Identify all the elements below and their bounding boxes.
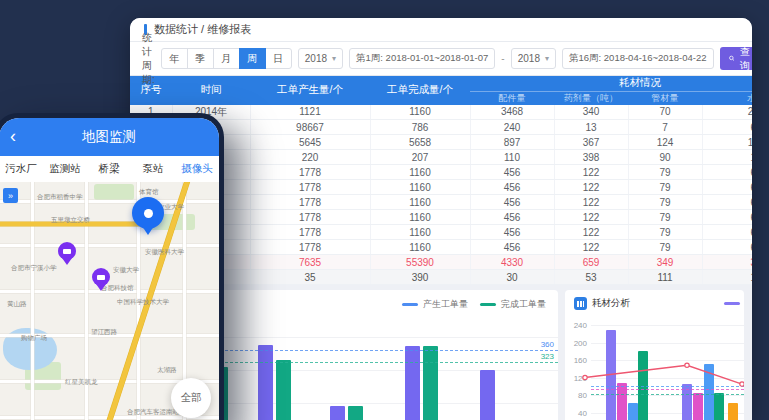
camera-marker[interactable]	[58, 242, 76, 266]
bar-created	[480, 370, 495, 420]
total-cell: 4330	[470, 255, 554, 270]
table-cell: 79	[628, 180, 702, 195]
table-cell: 456	[470, 165, 554, 180]
bar-completed	[276, 360, 291, 420]
table-cell: 98667	[250, 120, 370, 135]
breadcrumb: 数据统计 / 维修报表	[130, 18, 752, 42]
start-week-input[interactable]: 第1周: 2018-01-01~2018-01-07	[349, 48, 495, 69]
table-cell: 1778	[250, 225, 370, 240]
show-all-button[interactable]: 全部	[171, 378, 211, 418]
phone-tab-泵站[interactable]: 泵站	[131, 162, 175, 176]
table-cell: 110	[470, 150, 554, 165]
table-cell: 1778	[250, 240, 370, 255]
total-cell: 349	[628, 255, 702, 270]
bar-created	[330, 406, 345, 420]
map-label: 黄山路	[7, 300, 27, 309]
col-header-materials-group: 耗材情况	[470, 76, 752, 91]
phone-page-title: 地图监测	[82, 128, 136, 146]
period-option-日[interactable]: 日	[265, 48, 292, 69]
map-expand-button[interactable]: »	[3, 188, 18, 203]
marker-tail	[142, 226, 154, 235]
average-cell: 111	[628, 270, 702, 285]
table-cell: 1778	[250, 195, 370, 210]
table-cell: 398	[554, 150, 628, 165]
map-label: 红星美凯龙	[65, 378, 98, 387]
work-order-chart-card: 产生工单量完成工单量 360323	[205, 290, 558, 420]
legend-dash	[480, 303, 496, 306]
table-cell: 67	[702, 165, 752, 180]
range-separator: -	[501, 53, 504, 64]
bar-completed	[348, 406, 363, 420]
start-year-select[interactable]: 2018 ▾	[298, 48, 343, 69]
gridline	[205, 337, 558, 338]
camera-marker[interactable]	[92, 268, 110, 292]
map-label: 太湖路	[157, 366, 177, 375]
total-cell: 33	[702, 255, 752, 270]
table-cell: 1778	[250, 165, 370, 180]
period-option-月[interactable]: 月	[213, 48, 240, 69]
table-cell: 207	[370, 150, 470, 165]
material-chart-plot: 2402001601208040	[565, 290, 744, 420]
phone-tab-桥梁[interactable]: 桥梁	[87, 162, 131, 176]
average-cell: 14	[702, 270, 752, 285]
table-cell: 250	[702, 105, 752, 120]
end-year-select[interactable]: 2018 ▾	[511, 48, 556, 69]
average-cell: 35	[250, 270, 370, 285]
table-cell: 1160	[370, 180, 470, 195]
table-cell: 67	[702, 225, 752, 240]
camera-pin-tail	[96, 284, 106, 291]
table-cell: 340	[554, 105, 628, 120]
table-cell: 1778	[250, 210, 370, 225]
map-road	[31, 182, 34, 420]
table-cell: 1160	[370, 225, 470, 240]
period-option-周[interactable]: 周	[239, 48, 266, 69]
map-label: 合肥汽车客运南站	[127, 408, 179, 417]
selected-location-marker[interactable]	[132, 197, 164, 235]
camera-pin-tail	[62, 258, 72, 265]
query-button[interactable]: 查询	[720, 47, 752, 70]
period-option-年[interactable]: 年	[161, 48, 188, 69]
query-button-label: 查询	[738, 45, 751, 73]
bar-completed	[423, 346, 438, 420]
table-cell: 79	[628, 225, 702, 240]
map-canvas[interactable]: » 合肥市稻香中学体育馆安徽农业大学五里墩立交桥安徽医科大学合肥市宁溪小学安徽大…	[0, 182, 219, 420]
period-option-季[interactable]: 季	[187, 48, 214, 69]
table-cell: 3468	[470, 105, 554, 120]
map-label: 安徽医科大学	[145, 248, 184, 257]
table-cell: 1160	[370, 165, 470, 180]
table-cell: 1778	[250, 180, 370, 195]
phone-header: ‹ 地图监测	[0, 118, 219, 156]
legend-item: 完成工单量	[480, 298, 546, 311]
map-label: 合肥市稻香中学	[37, 193, 83, 202]
phone-tab-摄像头[interactable]: 摄像头	[175, 162, 219, 176]
phone-tab-监测站[interactable]: 监测站	[43, 162, 87, 176]
end-week-input[interactable]: 第16周: 2018-04-16~2018-04-22	[562, 48, 714, 69]
table-cell: 79	[628, 165, 702, 180]
table-cell: 1160	[370, 210, 470, 225]
table-cell: 124	[628, 135, 702, 150]
period-segmented-control: 年季月周日	[161, 48, 292, 69]
average-cell: 390	[370, 270, 470, 285]
phone-tab-bar: 污水厂监测站桥梁泵站摄像头	[0, 156, 219, 182]
table-row: 12014年11211160346834070250	[130, 105, 752, 120]
table-cell: 786	[370, 120, 470, 135]
reference-line	[205, 362, 558, 363]
table-cell: 67	[702, 210, 752, 225]
reference-line-label: 360	[541, 340, 554, 349]
table-cell: 240	[470, 120, 554, 135]
table-cell: 122	[554, 240, 628, 255]
table-cell: 122	[554, 195, 628, 210]
table-cell: 456	[470, 210, 554, 225]
phone-tab-污水厂[interactable]: 污水厂	[0, 162, 43, 176]
table-cell: 1160	[370, 240, 470, 255]
table-cell: 456	[470, 240, 554, 255]
map-label: 购物广场	[21, 334, 47, 343]
back-icon[interactable]: ‹	[10, 127, 16, 145]
table-cell: 456	[470, 195, 554, 210]
map-label: 五里墩立交桥	[51, 216, 90, 225]
material-chart-card: 耗材分析 2402001601208040	[565, 290, 744, 420]
table-cell: 13	[554, 120, 628, 135]
table-cell: 122	[554, 225, 628, 240]
legend-item: 产生工单量	[402, 298, 468, 311]
trend-line	[565, 290, 744, 420]
